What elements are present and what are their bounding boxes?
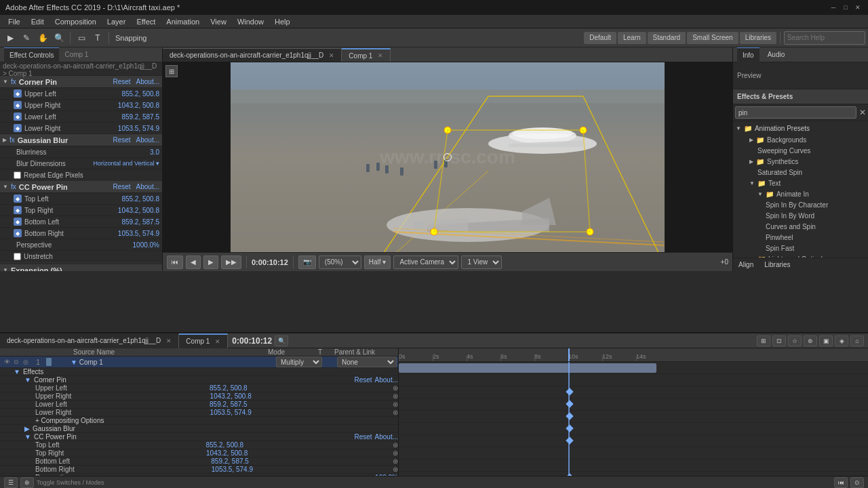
cc-power-pin-reset[interactable]: Reset: [113, 183, 130, 190]
preset-backgrounds[interactable]: ▶ 📁 Backgrounds: [733, 134, 868, 145]
help-search-input[interactable]: [784, 31, 865, 45]
preset-pinwheel[interactable]: Pinwheel: [733, 232, 868, 243]
maximize-button[interactable]: □: [841, 3, 850, 12]
track-bar-comp1[interactable]: [399, 363, 656, 373]
preset-animate-in[interactable]: ▼ 📁 Animate In: [733, 188, 868, 199]
tl-upper-left-value[interactable]: 855.2, 500.8: [210, 384, 248, 392]
viewer-zoom-select[interactable]: (50%)(100%)(25%): [319, 256, 361, 269]
corner-pin-about[interactable]: About...: [136, 78, 159, 85]
timeline-btn-7[interactable]: ⌂: [850, 336, 864, 346]
top-left-value[interactable]: 855.2, 500.8: [121, 195, 159, 203]
tl-cpp-bottom-right-value[interactable]: 1053.5, 574.9: [212, 466, 253, 473]
corner-pin-reset[interactable]: Reset: [113, 78, 130, 85]
preset-spin-by-char[interactable]: Spin In By Character: [733, 199, 868, 210]
menu-effect[interactable]: Effect: [131, 15, 161, 28]
workspace-libraries[interactable]: Libraries: [740, 32, 776, 44]
cpp-expand[interactable]: ▼: [24, 433, 31, 441]
viewer-camera-btn[interactable]: 📷: [298, 256, 316, 269]
bottom-left-value[interactable]: 859.2, 587.5: [121, 218, 159, 226]
layer-1-lock-icon[interactable]: ⊙: [12, 358, 20, 366]
cc-power-pin-header[interactable]: ▼ fx CC Power Pin Reset About...: [0, 181, 162, 193]
cc-power-pin-about[interactable]: About...: [136, 183, 159, 190]
timeline-search-btn[interactable]: 🔍: [275, 336, 288, 346]
timeline-btn-6[interactable]: ◈: [835, 336, 848, 346]
timeline-btn-5[interactable]: ▣: [819, 336, 833, 346]
sub-cpp-about[interactable]: About...: [375, 433, 398, 441]
align-label[interactable]: Align: [733, 261, 759, 268]
gaussian-blur-about[interactable]: About...: [136, 136, 159, 144]
layer-1-mode-select[interactable]: MultiplyNormal: [276, 357, 322, 367]
tool-rect[interactable]: ▭: [74, 30, 89, 45]
viewer-view-select[interactable]: 1 View: [461, 256, 502, 269]
sub-cpp-reset[interactable]: Reset: [354, 433, 372, 441]
viewer-camera-select[interactable]: Active Camera: [393, 256, 458, 269]
preset-synthetics[interactable]: ▶ 📁 Synthetics: [733, 156, 868, 167]
keyframe-cpp[interactable]: [566, 473, 573, 476]
menu-file[interactable]: File: [3, 15, 26, 28]
viewer-transport-prev[interactable]: ◀: [186, 256, 201, 269]
layer-1-eye-icon[interactable]: 👁: [3, 358, 11, 366]
workspace-standard[interactable]: Standard: [648, 32, 686, 44]
timeline-tab-comp1[interactable]: Comp 1 ✕: [179, 333, 228, 348]
tool-text[interactable]: T: [90, 30, 105, 45]
preset-spin-fast[interactable]: Spin Fast: [733, 243, 868, 253]
workspace-default[interactable]: Default: [584, 32, 616, 44]
menu-composition[interactable]: Composition: [50, 15, 102, 28]
sub-corner-pin-reset[interactable]: Reset: [354, 376, 372, 384]
gaussian-blur-header[interactable]: ▶ fx Gaussian Blur Reset About...: [0, 134, 162, 146]
unstretch-checkbox[interactable]: [14, 253, 21, 260]
menu-edit[interactable]: Edit: [26, 15, 50, 28]
cp-expand[interactable]: ▼: [24, 376, 31, 384]
keyframe-lower-left[interactable]: [566, 424, 573, 432]
keyframe-lower-right[interactable]: [566, 436, 573, 444]
tab-effect-controls[interactable]: Effect Controls: [4, 47, 59, 62]
corner-pin-header[interactable]: ▼ fx Corner Pin Reset About...: [0, 76, 162, 88]
timeline-main-tab-close[interactable]: ✕: [166, 338, 172, 344]
tl-lower-right-value[interactable]: 1053.5, 574.9: [210, 409, 252, 416]
bottom-right-value[interactable]: 1053.5, 574.9: [118, 230, 159, 237]
lower-left-value[interactable]: 859.2, 587.5: [121, 113, 159, 121]
tab-info[interactable]: Info: [737, 47, 760, 62]
tab-main-comp[interactable]: deck-operations-on-an-aircraft-carrier_e…: [163, 48, 342, 62]
effects-expand[interactable]: ▼: [14, 368, 20, 375]
preset-spin-by-word[interactable]: Spin In By Word: [733, 210, 868, 221]
upper-left-value[interactable]: 855.2, 500.8: [121, 90, 159, 98]
timeline-btn-1[interactable]: ⊞: [757, 336, 770, 346]
repeat-edge-pixels-checkbox[interactable]: [14, 171, 21, 179]
keyframe-upper-right[interactable]: [566, 412, 573, 420]
workspace-small-screen[interactable]: Small Screen: [687, 32, 738, 44]
tl-lower-left-value[interactable]: 859.2, 587.5: [210, 401, 248, 408]
viewer-transport-play[interactable]: ▶: [203, 256, 218, 269]
menu-view[interactable]: View: [205, 15, 232, 28]
comp1-tab-close[interactable]: ✕: [378, 52, 383, 59]
preset-text[interactable]: ▼ 📁 Text: [733, 178, 868, 188]
menu-help[interactable]: Help: [269, 15, 296, 28]
viewer-transport-next[interactable]: ▶▶: [221, 256, 241, 269]
menu-window[interactable]: Window: [232, 15, 269, 28]
viewer-quality-select[interactable]: Half ▾: [364, 256, 391, 269]
tl-cpp-top-right-value[interactable]: 1043.2, 500.8: [206, 449, 248, 457]
keyframe-corner-pin[interactable]: [566, 388, 573, 395]
top-right-value[interactable]: 1043.2, 500.8: [118, 207, 159, 214]
effects-search-clear[interactable]: ✕: [859, 108, 866, 117]
tab-comp1[interactable]: Comp 1 ✕: [342, 48, 391, 62]
tool-pen[interactable]: ✎: [19, 30, 34, 45]
layer-1-solo-icon[interactable]: ◎: [22, 358, 30, 366]
perspective-value[interactable]: 1000.0%: [133, 241, 159, 249]
tool-select[interactable]: ▶: [3, 30, 18, 45]
timeline-btn-2[interactable]: ⊡: [772, 336, 786, 346]
layer-1-parent-select[interactable]: None: [337, 357, 397, 367]
timeline-tab-main[interactable]: deck-operations-on-an-aircraft-carrier_e…: [0, 333, 179, 348]
sub-corner-pin-about[interactable]: About...: [375, 376, 398, 384]
tool-zoom[interactable]: 🔍: [52, 30, 66, 45]
lower-right-value[interactable]: 1053.5, 574.9: [118, 125, 159, 132]
status-switches-btn[interactable]: ⊛: [20, 477, 34, 488]
status-btn-1[interactable]: ⏮: [834, 477, 848, 488]
menu-layer[interactable]: Layer: [102, 15, 132, 28]
workspace-learn[interactable]: Learn: [618, 32, 646, 44]
viewer-home-btn[interactable]: ⊞: [165, 65, 178, 77]
timeline-btn-3[interactable]: ☆: [788, 336, 802, 346]
preset-sweeping-curves[interactable]: Sweeping Curves: [733, 145, 868, 156]
close-button[interactable]: ✕: [853, 3, 863, 12]
blur-dimensions-value[interactable]: Horizontal and Vertical ▾: [93, 160, 159, 167]
